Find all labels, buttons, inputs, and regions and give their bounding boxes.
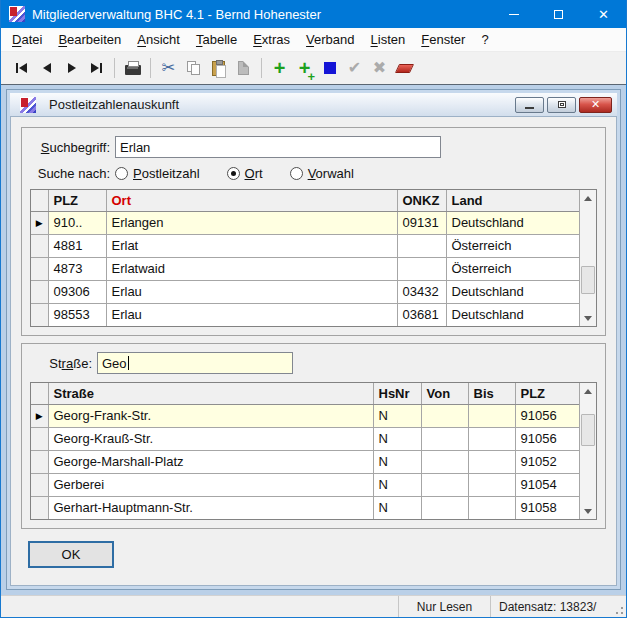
menu-item-tabelle[interactable]: Tabelle xyxy=(188,29,245,50)
menu-item-fenster[interactable]: Fenster xyxy=(413,29,473,50)
table-row[interactable]: Georg-Krauß-Str.N91056 xyxy=(31,427,579,450)
scroll-thumb[interactable] xyxy=(581,266,595,294)
dialog-restore-button[interactable] xyxy=(547,97,576,113)
row-selector[interactable] xyxy=(31,234,48,257)
close-button[interactable]: ✕ xyxy=(581,0,626,28)
column-header-von[interactable]: Von xyxy=(421,383,468,404)
search-term-input[interactable]: Erlan xyxy=(115,136,441,158)
column-header-plz[interactable]: PLZ xyxy=(515,383,579,404)
nav-next-icon[interactable] xyxy=(59,56,84,81)
copy-icon[interactable] xyxy=(181,56,206,81)
table-cell[interactable]: Österreich xyxy=(446,257,579,280)
table-cell[interactable] xyxy=(421,473,468,496)
column-header-hsnr[interactable]: HsNr xyxy=(373,383,421,404)
table-cell[interactable]: 91052 xyxy=(515,450,579,473)
table-row[interactable]: 4873ErlatwaidÖsterreich xyxy=(31,257,579,280)
table-cell[interactable]: N xyxy=(373,427,421,450)
column-header-plz[interactable]: PLZ xyxy=(48,190,106,211)
table-cell[interactable]: 03432 xyxy=(397,280,446,303)
table-row[interactable]: 98553Erlau03681Deutschland xyxy=(31,303,579,326)
scroll-down-icon[interactable] xyxy=(580,503,596,519)
nav-last-icon[interactable] xyxy=(84,56,109,81)
dialog-titlebar[interactable]: Postleitzahlenauskunft ✕ xyxy=(10,93,617,116)
cut-icon[interactable]: ✂ xyxy=(156,56,181,81)
menu-item-verband[interactable]: Verband xyxy=(298,29,362,50)
menu-item-datei[interactable]: Datei xyxy=(4,29,50,50)
print-icon[interactable] xyxy=(120,56,145,81)
menu-item-ansicht[interactable]: Ansicht xyxy=(129,29,188,50)
maximize-button[interactable] xyxy=(536,0,581,28)
scroll-down-icon[interactable] xyxy=(580,310,596,326)
nav-previous-icon[interactable] xyxy=(34,56,59,81)
column-header-bis[interactable]: Bis xyxy=(468,383,515,404)
radio-ort[interactable]: Ort xyxy=(227,166,263,181)
table-cell[interactable]: Erlatwaid xyxy=(106,257,397,280)
street-scrollbar[interactable] xyxy=(579,383,596,519)
table-cell[interactable]: 91054 xyxy=(515,473,579,496)
table-cell[interactable] xyxy=(421,427,468,450)
column-header-ort[interactable]: Ort xyxy=(106,190,397,211)
table-row[interactable]: ▶910..Erlangen09131Deutschland xyxy=(31,211,579,234)
table-cell[interactable]: 09131 xyxy=(397,211,446,234)
table-cell[interactable] xyxy=(421,496,468,519)
row-selector[interactable]: ▶ xyxy=(31,404,48,427)
table-cell[interactable]: 91056 xyxy=(515,427,579,450)
table-cell[interactable]: 4881 xyxy=(48,234,106,257)
table-cell[interactable]: N xyxy=(373,496,421,519)
table-cell[interactable]: 4873 xyxy=(48,257,106,280)
row-selector[interactable] xyxy=(31,257,48,280)
exit-eraser-icon[interactable] xyxy=(392,56,417,81)
table-cell[interactable]: 09306 xyxy=(48,280,106,303)
table-cell[interactable] xyxy=(468,496,515,519)
table-cell[interactable]: Gerberei xyxy=(48,473,373,496)
table-row[interactable]: ▶Georg-Frank-Str.N91056 xyxy=(31,404,579,427)
table-row[interactable]: GerbereiN91054 xyxy=(31,473,579,496)
row-selector[interactable]: ▶ xyxy=(31,211,48,234)
table-cell[interactable]: Erlangen xyxy=(106,211,397,234)
row-selector[interactable] xyxy=(31,427,48,450)
row-selector[interactable] xyxy=(31,450,48,473)
radio-vorwahl[interactable]: Vorwahl xyxy=(290,166,354,181)
dialog-minimize-button[interactable] xyxy=(515,97,544,113)
ok-button[interactable]: OK xyxy=(28,541,114,568)
row-selector[interactable] xyxy=(31,473,48,496)
menu-item-extras[interactable]: Extras xyxy=(245,29,298,50)
blue-square-icon[interactable] xyxy=(317,56,342,81)
table-cell[interactable]: N xyxy=(373,473,421,496)
table-cell[interactable]: 91056 xyxy=(515,404,579,427)
table-cell[interactable]: 98553 xyxy=(48,303,106,326)
column-header-onkz[interactable]: ONKZ xyxy=(397,190,446,211)
table-cell[interactable]: Erlau xyxy=(106,303,397,326)
add-multiple-icon[interactable]: ++ xyxy=(292,56,317,81)
scroll-up-icon[interactable] xyxy=(580,190,596,206)
table-cell[interactable]: Georg-Krauß-Str. xyxy=(48,427,373,450)
paste-icon[interactable] xyxy=(206,56,231,81)
table-cell[interactable] xyxy=(397,257,446,280)
row-selector[interactable] xyxy=(31,280,48,303)
nav-first-icon[interactable] xyxy=(9,56,34,81)
table-cell[interactable]: Deutschland xyxy=(446,211,579,234)
table-cell[interactable]: 91058 xyxy=(515,496,579,519)
table-cell[interactable]: Deutschland xyxy=(446,280,579,303)
row-selector[interactable] xyxy=(31,303,48,326)
table-cell[interactable]: Erlau xyxy=(106,280,397,303)
plz-scrollbar[interactable] xyxy=(579,190,596,326)
menu-item-bearbeiten[interactable]: Bearbeiten xyxy=(50,29,129,50)
add-record-icon[interactable]: + xyxy=(267,56,292,81)
table-cell[interactable] xyxy=(397,234,446,257)
table-cell[interactable]: 03681 xyxy=(397,303,446,326)
table-cell[interactable]: Erlat xyxy=(106,234,397,257)
table-row[interactable]: Gerhart-Hauptmann-Str.N91058 xyxy=(31,496,579,519)
table-cell[interactable]: George-Marshall-Platz xyxy=(48,450,373,473)
table-cell[interactable]: Georg-Frank-Str. xyxy=(48,404,373,427)
table-cell[interactable]: Österreich xyxy=(446,234,579,257)
column-header-strasse[interactable]: Straße xyxy=(48,383,373,404)
table-cell[interactable] xyxy=(468,427,515,450)
table-cell[interactable]: Gerhart-Hauptmann-Str. xyxy=(48,496,373,519)
column-header-land[interactable]: Land xyxy=(446,190,579,211)
menu-item-help[interactable]: ? xyxy=(473,29,496,50)
table-row[interactable]: 09306Erlau03432Deutschland xyxy=(31,280,579,303)
radio-postleitzahl[interactable]: Postleitzahl xyxy=(115,166,200,181)
table-cell[interactable] xyxy=(468,450,515,473)
minimize-button[interactable] xyxy=(491,0,536,28)
